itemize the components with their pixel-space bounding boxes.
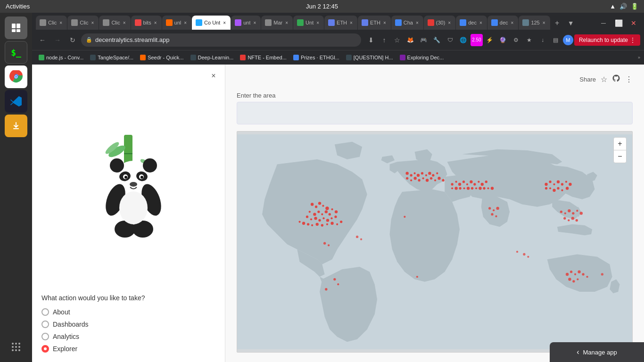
svg-point-14 (12, 346, 14, 348)
files-icon[interactable] (5, 16, 27, 39)
tab-close-30[interactable]: × (447, 20, 452, 26)
ext-icon8[interactable]: 🔮 (497, 34, 509, 46)
svg-point-124 (549, 181, 551, 183)
sidebar-toggle-icon[interactable]: ▤ (550, 34, 562, 46)
svg-point-146 (488, 207, 491, 209)
tab-eth2[interactable]: ETH × (358, 16, 391, 30)
bookmark-nodejs[interactable]: node.js - Conv... (36, 52, 86, 63)
tab-unt[interactable]: unt × (231, 16, 261, 30)
radio-analytics[interactable]: Analytics (41, 333, 215, 340)
ext-icon10[interactable]: ★ (523, 34, 536, 46)
svg-point-79 (337, 283, 339, 285)
tab-eth1[interactable]: ETH × (324, 16, 357, 30)
ext-icon9[interactable]: ⚙ (510, 34, 522, 46)
svg-point-18 (15, 349, 17, 351)
bookmark-favicon-nodejs (39, 55, 44, 60)
svg-point-48 (315, 206, 317, 208)
ext-icon11[interactable]: ↓ (537, 34, 549, 46)
share-icon[interactable]: ↑ (378, 34, 390, 46)
tab-close-3[interactable]: × (122, 20, 127, 26)
tab-close-cha[interactable]: × (415, 20, 420, 26)
activities-label[interactable]: Activities (6, 3, 30, 10)
tab-close-eth1[interactable]: × (349, 20, 354, 26)
tab-close-2[interactable]: × (91, 20, 95, 26)
tab-unl[interactable]: unl × (162, 16, 192, 30)
vscode-icon[interactable] (5, 90, 27, 113)
installer-icon[interactable] (5, 115, 27, 137)
ext-icon2[interactable]: 🎮 (418, 34, 430, 46)
more-options-icon[interactable]: ⋮ (625, 75, 633, 84)
tab-mar[interactable]: Mar × (261, 16, 293, 30)
sidebar-close-button[interactable]: × (208, 70, 219, 82)
tab-close-bits[interactable]: × (153, 20, 158, 26)
tab-close-125[interactable]: × (542, 20, 546, 26)
bookmark-header-icon[interactable]: ☆ (601, 75, 607, 84)
tab-close-mar[interactable]: × (284, 20, 289, 26)
close-button[interactable]: ✕ (627, 16, 640, 30)
ext-fox-icon[interactable]: 🦊 (405, 34, 417, 46)
svg-point-19 (18, 349, 20, 351)
tab-dec2[interactable]: dec × (487, 16, 519, 30)
share-label[interactable]: Share (579, 76, 596, 83)
tab-cha[interactable]: Cha × (391, 16, 423, 30)
radio-explorer[interactable]: Explorer (41, 345, 215, 353)
radio-dashboards[interactable]: Dashboards (41, 321, 215, 328)
profile-icon[interactable]: M (563, 35, 573, 45)
tab-overflow-button[interactable]: ▼ (564, 16, 578, 30)
tab-1[interactable]: Clic × (36, 16, 67, 30)
ext-2_50-icon[interactable]: 2.50 (471, 34, 483, 46)
ext-icon7[interactable]: ⚡ (484, 34, 496, 46)
chrome-icon[interactable] (5, 66, 27, 88)
tab-close-1[interactable]: × (58, 20, 63, 26)
tab-30[interactable]: (30) × (424, 16, 455, 30)
tab-count-active[interactable]: Co Unt × (192, 16, 231, 30)
reload-button[interactable]: ↻ (66, 33, 79, 47)
tab-close-unt2[interactable]: × (315, 20, 320, 26)
tab-close-unt[interactable]: × (252, 20, 257, 26)
bookmark-nfte[interactable]: NFTE - Embed... (237, 52, 289, 63)
tab-bar: Clic × Clic × Clic × bits × unl × Co Unt… (32, 13, 644, 30)
radio-about[interactable]: About (41, 308, 215, 316)
tab-close-dec2[interactable]: × (510, 20, 515, 26)
tab-close-dec1[interactable]: × (479, 20, 483, 26)
bookmark-prizes[interactable]: Prizes · ETHGl... (290, 52, 342, 63)
tab-close-unl[interactable]: × (183, 20, 188, 26)
url-bar[interactable]: 🔒 decentralytics.streamlit.app (81, 33, 361, 47)
svg-point-57 (329, 213, 331, 215)
minimize-button[interactable]: ─ (597, 16, 610, 30)
tab-bits[interactable]: bits × (131, 16, 162, 30)
bookmarks-overflow[interactable]: » (638, 55, 640, 60)
ext-icon5[interactable]: 🌐 (457, 34, 470, 46)
tab-close-eth2[interactable]: × (382, 20, 387, 26)
back-button[interactable]: ← (36, 33, 49, 47)
area-input[interactable] (237, 102, 633, 124)
bookmark-star-icon[interactable]: ☆ (391, 34, 404, 46)
tab-dec1[interactable]: dec × (456, 16, 487, 30)
tab-close-count[interactable]: × (222, 20, 227, 26)
tab-125[interactable]: 125 × (519, 16, 550, 30)
tab-unt2[interactable]: Unt × (293, 16, 324, 30)
manage-app-bar[interactable]: ‹ Manage app (550, 342, 644, 362)
tab-3[interactable]: Clic × (99, 16, 130, 30)
bookmark-tanglespace[interactable]: TangleSpace/... (87, 52, 136, 63)
bookmark-seedr[interactable]: Seedr - Quick... (137, 52, 186, 63)
relaunch-button[interactable]: Relaunch to update ⋮ (574, 34, 640, 46)
svg-point-53 (313, 213, 316, 215)
ext-icon3[interactable]: 🔧 (431, 34, 443, 46)
terminal-icon[interactable]: $_ (5, 41, 27, 64)
github-icon[interactable] (612, 74, 620, 84)
ext-icon4[interactable]: 🛡 (444, 34, 456, 46)
zoom-in-button[interactable]: + (614, 138, 626, 150)
bookmark-exploring[interactable]: Exploring Dec... (397, 52, 447, 63)
zoom-out-button[interactable]: − (614, 150, 626, 163)
new-tab-button[interactable]: + (551, 16, 564, 30)
download-page-icon[interactable]: ⬇ (365, 34, 377, 46)
maximize-button[interactable]: ⬜ (612, 16, 625, 30)
bookmark-deeplearning[interactable]: Deep-Learnin... (188, 52, 237, 63)
forward-button[interactable]: → (51, 33, 64, 47)
tab-2[interactable]: Clic × (67, 16, 99, 30)
action-question: What action would you like to take? (41, 294, 215, 302)
bookmark-question[interactable]: [QUESTION] H... (343, 52, 396, 63)
app-grid-icon[interactable] (5, 336, 27, 358)
svg-point-110 (481, 183, 484, 186)
